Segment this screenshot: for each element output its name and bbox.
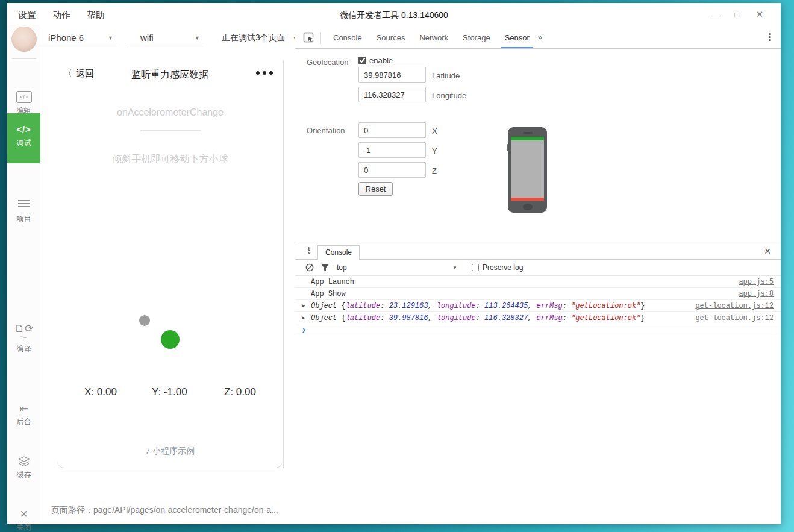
console-prompt[interactable]: ❯ — [295, 324, 781, 336]
network-select[interactable]: wifi ▼ — [130, 30, 205, 48]
inspect-element-icon[interactable] — [303, 32, 314, 43]
chevron-down-icon: ▼ — [195, 35, 200, 41]
phone-earpiece — [523, 132, 533, 134]
filter-icon[interactable] — [321, 264, 329, 272]
link-note-icon: ♪ — [146, 446, 150, 455]
sidebar-item-close[interactable]: ✕ 关闭 — [7, 509, 40, 532]
simulator-navbar: 〈返回 监听重力感应数据 — [57, 60, 283, 89]
object-value: "getLocation:ok" — [571, 314, 640, 322]
background-icon: ⇤ — [19, 403, 28, 415]
console-drawer-tab[interactable]: Console — [317, 245, 360, 260]
sidebar-item-background[interactable]: ⇤ 后台 — [7, 404, 40, 427]
phone-red-bar — [511, 198, 544, 201]
chevron-down-icon: ▼ — [452, 265, 457, 271]
log-entry[interactable]: ▶ Objectlatitude39.987816longitude116.32… — [295, 312, 781, 324]
longitude-label: Longitude — [432, 91, 466, 100]
execution-context-select[interactable]: top ▼ — [337, 263, 457, 272]
clear-console-icon[interactable] — [305, 263, 314, 272]
longitude-input[interactable] — [358, 87, 426, 102]
expand-arrow-icon[interactable]: ▶ — [302, 312, 305, 324]
source-link[interactable]: get-location.js:12 — [695, 300, 774, 312]
object-key: longitude — [437, 302, 484, 310]
object-value: 113.264435 — [484, 302, 528, 310]
kebab-menu-icon[interactable] — [305, 246, 311, 257]
window-title: 微信开发者工具 0.13.140600 — [7, 10, 781, 21]
phone-green-bar — [511, 137, 544, 140]
debug-pages-dropdown[interactable]: 正在调试3个页面 ▼ — [222, 33, 298, 43]
device-select-value: iPhone 6 — [48, 33, 84, 43]
sensor-panel: Geolocation enable Latitude Longitude Or… — [295, 49, 781, 243]
orientation-z-label: Z — [432, 166, 437, 175]
log-text: App Show — [311, 290, 346, 298]
devtools-header: Console Sources Network Storage Sensor » — [295, 27, 781, 49]
phone-home-button — [523, 204, 533, 210]
source-link[interactable]: app.js:5 — [739, 276, 774, 288]
orientation-y-input[interactable] — [358, 142, 426, 158]
reset-button[interactable]: Reset — [358, 182, 393, 196]
sidebar-item-label: 编译 — [7, 344, 40, 354]
close-drawer-icon[interactable]: ✕ — [763, 246, 772, 256]
geolocation-enable[interactable]: enable — [358, 56, 393, 65]
network-select-value: wifi — [140, 33, 154, 43]
tab-sources[interactable]: Sources — [369, 27, 413, 48]
sidebar-item-label: 缓存 — [7, 470, 40, 480]
axis-value-z: Z: 0.00 — [224, 386, 256, 398]
log-entry[interactable]: ▶ Objectlatitude23.129163longitude113.26… — [295, 300, 781, 312]
phone-screen — [511, 137, 544, 201]
object-value: "getLocation:ok" — [571, 302, 640, 310]
object-word: Object — [311, 314, 337, 322]
orientation-z-input[interactable] — [358, 162, 426, 178]
preserve-log-checkbox[interactable] — [472, 264, 479, 271]
latitude-label: Latitude — [432, 71, 460, 80]
device-select[interactable]: iPhone 6 ▼ — [37, 30, 118, 48]
accelerometer-ball[interactable] — [161, 330, 180, 349]
orientation-x-input[interactable] — [358, 122, 426, 138]
preserve-log-toggle[interactable]: Preserve log — [472, 263, 523, 272]
divider — [12, 58, 36, 59]
more-tabs-icon[interactable]: » — [537, 27, 546, 49]
compile-sub-icon: °= — [7, 335, 40, 341]
tab-console[interactable]: Console — [326, 27, 369, 48]
app-window: 设置 动作 帮助 微信开发者工具 0.13.140600 — □ ✕ </> 编… — [7, 3, 781, 524]
object-word: Object — [311, 302, 337, 310]
object-key: latitude — [346, 302, 389, 310]
chevron-down-icon: ▼ — [108, 35, 113, 41]
avatar[interactable] — [11, 27, 37, 52]
enable-checkbox[interactable] — [358, 57, 366, 64]
log-entry[interactable]: App Launch app.js:5 — [295, 276, 781, 288]
source-link[interactable]: app.js:8 — [739, 288, 774, 300]
axis-value-y: Y: -1.00 — [152, 386, 187, 398]
more-dots-icon[interactable] — [256, 71, 273, 75]
object-key: longitude — [437, 314, 484, 322]
minimize-button[interactable]: — — [708, 9, 719, 20]
preserve-log-label: Preserve log — [483, 263, 523, 272]
sidebar-item-project[interactable]: 项目 — [7, 198, 40, 224]
geolocation-label: Geolocation — [307, 58, 348, 67]
phone-side-button — [507, 144, 508, 151]
maximize-button[interactable]: □ — [731, 9, 742, 20]
console-drawer: Console ✕ top ▼ — [295, 243, 781, 524]
sidebar-item-compile[interactable]: 🗋⟳ °= 编译 — [7, 324, 40, 354]
sidebar-item-label: 调试 — [7, 138, 40, 148]
miniprogram-sample-link[interactable]: ♪小程序示例 — [57, 446, 283, 457]
latitude-input[interactable] — [358, 67, 426, 83]
close-window-button[interactable]: ✕ — [754, 9, 765, 20]
phone-illustration — [508, 127, 547, 213]
console-toolbar: top ▼ Preserve log — [295, 260, 781, 276]
axis-value-x: X: 0.00 — [84, 386, 117, 398]
tab-network[interactable]: Network — [412, 27, 455, 48]
expand-arrow-icon[interactable]: ▶ — [302, 300, 305, 312]
log-entry[interactable]: App Show app.js:8 — [295, 288, 781, 300]
tab-sensor[interactable]: Sensor — [498, 27, 537, 48]
sidebar-item-cache[interactable]: 缓存 — [7, 456, 40, 480]
sidebar-item-label: 关闭 — [7, 522, 40, 532]
sidebar-item-edit[interactable]: </> 编辑 — [7, 91, 40, 116]
sidebar-item-debug[interactable]: </> 调试 — [7, 113, 40, 163]
console-log-list: App Launch app.js:5 App Show app.js:8 ▶ … — [295, 276, 781, 336]
tab-storage[interactable]: Storage — [455, 27, 498, 48]
kebab-menu-icon[interactable] — [765, 32, 774, 44]
code-icon: </> — [7, 124, 40, 134]
console-drawer-header: Console ✕ — [295, 243, 781, 260]
orientation-x-label: X — [432, 127, 437, 136]
source-link[interactable]: get-location.js:12 — [695, 312, 774, 324]
